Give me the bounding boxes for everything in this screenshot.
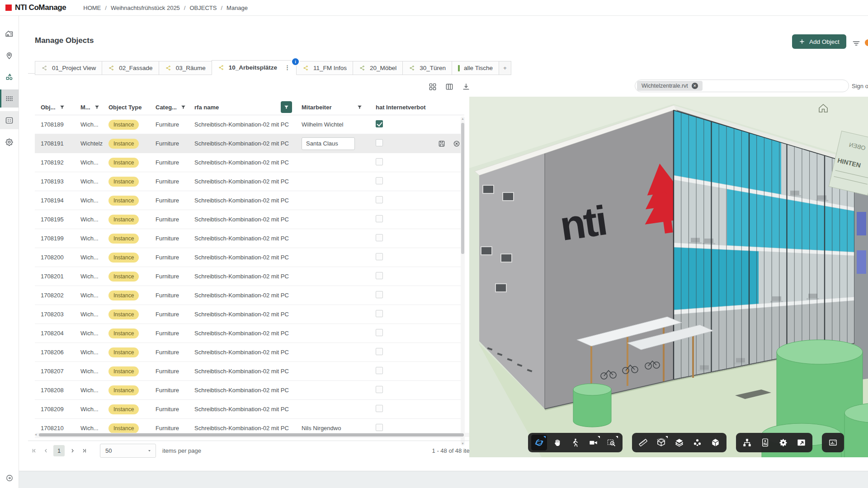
cancel-row-button[interactable] [453, 140, 461, 148]
download-icon[interactable] [462, 82, 471, 91]
model-browser-tool-button[interactable] [739, 435, 755, 450]
filter-funnel-icon[interactable] [59, 104, 65, 110]
table-row[interactable]: 1708193Wich...InstanceFurnitureSchreibti… [35, 172, 464, 191]
tab-10-arbeitspl-tze[interactable]: 10_Arbeitsplätze⋮i [212, 60, 297, 75]
model-viewer[interactable]: nti [469, 97, 868, 457]
breadcrumb-item[interactable]: OBJECTS [189, 5, 217, 11]
table-row[interactable]: 1708208Wich...InstanceFurnitureSchreibti… [35, 381, 464, 400]
filter-funnel-icon[interactable] [180, 104, 186, 110]
column-header-object-type[interactable]: Object Type [103, 104, 150, 111]
tab-30-t-ren[interactable]: 30_Türen [402, 61, 452, 75]
breadcrumb-item[interactable]: HOME [83, 5, 101, 11]
table-row[interactable]: 1708192Wich...InstanceFurnitureSchreibti… [35, 153, 464, 172]
walk-tool-button[interactable] [567, 435, 583, 450]
next-page-button[interactable] [66, 445, 78, 456]
column-header-hat-internetverbot[interactable]: hat Internetverbot [370, 104, 438, 111]
breadcrumb-item[interactable]: Weihnachtsfrühstück 2025 [111, 5, 180, 11]
horizontal-scrollbar[interactable]: ◂ ▸ [35, 433, 479, 437]
table-row[interactable]: 1708201Wich...InstanceFurnitureSchreibti… [35, 267, 464, 286]
zoom-window-tool-button[interactable] [604, 435, 619, 450]
column-header-categ-[interactable]: Categ... [150, 104, 189, 111]
pan-tool-button[interactable] [549, 435, 565, 450]
internetverbot-checkbox[interactable] [376, 310, 383, 317]
tab-02-fassade[interactable]: 02_Fassade [102, 61, 159, 75]
table-row[interactable]: 1708200Wich...InstanceFurnitureSchreibti… [35, 248, 464, 267]
sidebar-item-table-cells[interactable] [0, 111, 19, 129]
table-row[interactable]: 1708199Wich...InstanceFurnitureSchreibti… [35, 229, 464, 248]
internetverbot-checkbox[interactable] [376, 329, 383, 336]
filter-lines-icon[interactable] [852, 39, 861, 48]
first-page-button[interactable] [28, 445, 40, 456]
table-row[interactable]: 1708209Wich...InstanceFurnitureSchreibti… [35, 400, 464, 419]
snapshot-tool-button[interactable] [825, 435, 841, 450]
page-size-select[interactable]: 50 [100, 444, 156, 458]
save-row-button[interactable] [438, 140, 446, 148]
table-row[interactable]: 1708202Wich...InstanceFurnitureSchreibti… [35, 286, 464, 305]
tab--[interactable]: + [499, 61, 511, 75]
card-view-icon[interactable] [428, 82, 437, 91]
sign-out-link[interactable]: Sign o [852, 83, 868, 89]
model-tool-button[interactable] [708, 435, 723, 450]
fullscreen-tool-button[interactable] [793, 435, 809, 450]
internetverbot-checkbox[interactable] [376, 348, 383, 355]
table-row[interactable]: 1708191WichtelzeInstanceFurnitureSchreib… [35, 134, 464, 153]
column-header-obj-[interactable]: Obj... [35, 104, 75, 111]
internetverbot-checkbox[interactable] [376, 158, 383, 165]
current-page-button[interactable]: 1 [53, 445, 65, 456]
internetverbot-checkbox[interactable] [376, 177, 383, 184]
internetverbot-checkbox[interactable] [376, 253, 383, 260]
internetverbot-checkbox[interactable] [376, 120, 383, 127]
breadcrumb-item[interactable]: Manage [226, 5, 248, 11]
last-page-button[interactable] [78, 445, 90, 456]
internetverbot-checkbox[interactable] [376, 386, 383, 393]
table-row[interactable]: 1708206Wich...InstanceFurnitureSchreibti… [35, 343, 464, 362]
vertical-scrollbar[interactable]: ▲ ▼ [461, 117, 465, 446]
table-row[interactable]: 1708207Wich...InstanceFurnitureSchreibti… [35, 362, 464, 381]
table-row[interactable]: 1708194Wich...InstanceFurnitureSchreibti… [35, 191, 464, 210]
explode-tool-button[interactable] [689, 435, 705, 450]
table-row[interactable]: 1708204Wich...InstanceFurnitureSchreibti… [35, 324, 464, 343]
tab-20-m-bel[interactable]: 20_Möbel [353, 61, 403, 75]
sidebar-expand-button[interactable] [5, 474, 14, 483]
sidebar-item-home[interactable] [0, 24, 19, 42]
filter-funnel-icon[interactable] [94, 104, 100, 110]
tab-menu-icon[interactable]: ⋮ [284, 64, 290, 71]
internetverbot-checkbox[interactable] [376, 405, 383, 412]
column-header-mitarbeiter[interactable]: Mitarbeiter [296, 104, 370, 111]
horizontal-scroll-thumb[interactable] [39, 433, 464, 436]
section-tool-button[interactable] [653, 435, 669, 450]
sidebar-item-location-pin[interactable] [0, 46, 19, 64]
orbit-tool-button[interactable] [531, 435, 547, 450]
internetverbot-checkbox[interactable] [376, 272, 383, 279]
remove-file-icon[interactable]: ✕ [692, 83, 698, 89]
column-header-rfa-name[interactable]: rfa name [189, 101, 296, 113]
viewer-settings-tool-button[interactable] [775, 435, 791, 450]
table-row[interactable]: 1708203Wich...InstanceFurnitureSchreibti… [35, 305, 464, 324]
sidebar-item-settings-gear[interactable] [0, 133, 19, 151]
table-row[interactable]: 1708195Wich...InstanceFurnitureSchreibti… [35, 210, 464, 229]
internetverbot-checkbox[interactable] [376, 215, 383, 222]
properties-tool-button[interactable] [757, 435, 773, 450]
internetverbot-checkbox[interactable] [376, 424, 383, 431]
vertical-scroll-thumb[interactable] [461, 123, 464, 254]
tab-01-project-view[interactable]: 01_Project View [35, 61, 102, 75]
table-row[interactable]: 1708189Wich...InstanceFurnitureSchreibti… [35, 115, 464, 134]
model-file-input[interactable]: Wichtelzentrale.rvt ✕ [635, 80, 849, 92]
sidebar-item-objects-shapes[interactable] [0, 68, 19, 86]
layers-tool-button[interactable] [671, 435, 687, 450]
active-filter-button[interactable] [281, 101, 292, 113]
internetverbot-checkbox[interactable] [376, 234, 383, 241]
filter-funnel-icon[interactable] [357, 104, 363, 110]
internetverbot-checkbox[interactable] [376, 367, 383, 374]
scroll-up-arrow[interactable]: ▲ [461, 117, 465, 120]
mitarbeiter-edit-input[interactable] [302, 137, 355, 150]
measure-tool-button[interactable] [635, 435, 651, 450]
column-view-icon[interactable] [445, 82, 454, 91]
internetverbot-checkbox[interactable] [376, 291, 383, 298]
add-object-button[interactable]: Add Object [792, 34, 846, 49]
internetverbot-checkbox[interactable] [376, 139, 383, 146]
tab-03-r-ume[interactable]: 03_Räume [159, 61, 212, 75]
sidebar-item-grid-apps[interactable] [0, 89, 19, 108]
column-header-m-[interactable]: M... [75, 104, 103, 111]
prev-page-button[interactable] [40, 445, 52, 456]
